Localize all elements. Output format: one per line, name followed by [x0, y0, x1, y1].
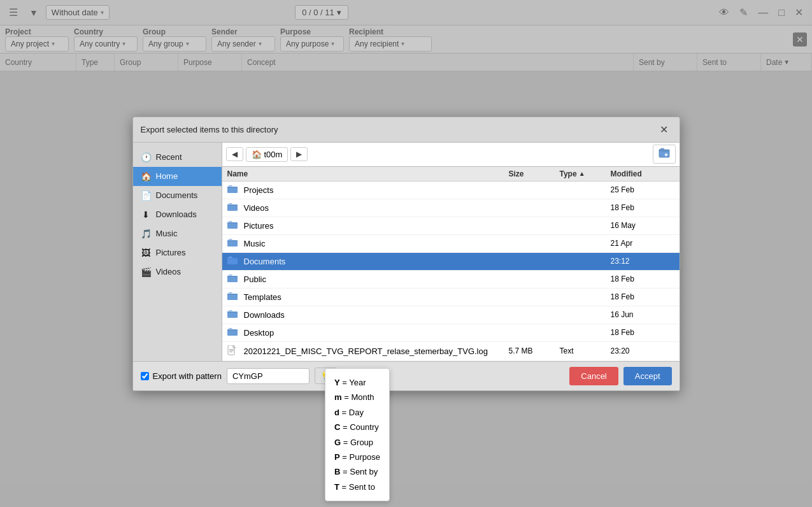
- tooltip-item: C = Country: [334, 420, 380, 434]
- file-modified: 18 Feb: [611, 203, 674, 212]
- tooltip-key: P: [334, 452, 340, 462]
- file-type-icon: [227, 345, 240, 357]
- file-modified: 23:12: [611, 257, 674, 266]
- file-modified: 16 May: [611, 221, 674, 230]
- cancel-button[interactable]: Cancel: [569, 367, 618, 385]
- file-name: 20201221_DE_MISC_TVG_REPORT_relase_steme…: [244, 346, 509, 356]
- file-col-type[interactable]: Type ▲: [560, 169, 611, 178]
- dialog-close-button[interactable]: ✕: [656, 122, 672, 137]
- dialog-header: Export selected items to this directory …: [133, 117, 680, 143]
- file-row[interactable]: Pictures 16 May: [222, 217, 680, 235]
- nav-forward-button[interactable]: ▶: [290, 147, 308, 161]
- svg-rect-13: [229, 352, 232, 352]
- recent-icon: 🕐: [141, 152, 151, 162]
- file-col-size[interactable]: Size: [509, 169, 560, 178]
- music-icon: 🎵: [141, 229, 151, 239]
- file-type-icon: [227, 238, 240, 249]
- sidebar-item-videos[interactable]: 🎬 Videos: [133, 262, 222, 282]
- sidebar-label-documents: Documents: [156, 190, 198, 200]
- file-modified: 23:20: [611, 346, 674, 355]
- file-list: Projects 25 Feb Videos 18 Feb Pictures 1…: [222, 182, 680, 361]
- pattern-input[interactable]: [227, 368, 310, 384]
- home-icon: 🏠: [141, 171, 151, 182]
- dialog-footer: Export with pattern 💡 Cancel Accept: [133, 361, 680, 390]
- sidebar-item-documents[interactable]: 📄 Documents: [133, 186, 222, 205]
- file-row[interactable]: Videos 18 Feb: [222, 199, 680, 217]
- file-name: Desktop: [244, 328, 509, 338]
- file-type-icon: [227, 327, 240, 338]
- dialog-title: Export selected items to this directory: [141, 125, 278, 134]
- downloads-icon: ⬇: [141, 210, 151, 220]
- tooltip-key: T: [334, 482, 339, 492]
- tooltip-item: m = Month: [334, 390, 380, 404]
- dialog-overlay: Export selected items to this directory …: [0, 0, 812, 507]
- file-modified: 18 Feb: [611, 328, 674, 337]
- sidebar-label-recent: Recent: [156, 152, 182, 162]
- file-type-icon: [227, 203, 240, 213]
- tooltip-item: G = Group: [334, 435, 380, 450]
- pictures-icon: 🖼: [141, 248, 151, 258]
- tooltip-key: B: [334, 467, 340, 476]
- tooltip-item: P = Purpose: [334, 450, 380, 464]
- sidebar-label-music: Music: [156, 229, 178, 238]
- file-type: Text: [560, 346, 611, 355]
- file-row[interactable]: Downloads 16 Jun: [222, 306, 680, 324]
- file-type-icon: [227, 220, 240, 231]
- file-list-header: Name Size Type ▲ Modified: [222, 167, 680, 182]
- file-name: Music: [244, 239, 509, 248]
- sidebar-item-recent[interactable]: 🕐 Recent: [133, 148, 222, 167]
- file-row[interactable]: Templates 18 Feb: [222, 289, 680, 306]
- new-folder-button[interactable]: [653, 145, 676, 164]
- documents-icon: 📄: [141, 190, 151, 201]
- file-col-name[interactable]: Name: [227, 169, 509, 178]
- file-sidebar: 🕐 Recent🏠 Home📄 Documents⬇ Downloads🎵 Mu…: [133, 143, 222, 361]
- tooltip-key: C: [334, 422, 340, 432]
- file-type-icon: [227, 256, 240, 267]
- file-col-modified[interactable]: Modified: [611, 169, 674, 178]
- sidebar-item-home[interactable]: 🏠 Home: [133, 167, 222, 186]
- tooltip-key: G: [334, 438, 341, 447]
- file-modified: 18 Feb: [611, 275, 674, 283]
- file-browser: ◀ 🏠 t00m ▶: [222, 143, 680, 361]
- file-name: Downloads: [244, 310, 509, 320]
- type-sort-arrow: ▲: [579, 170, 585, 177]
- sidebar-item-music[interactable]: 🎵 Music: [133, 224, 222, 243]
- tooltip-key: d: [334, 408, 339, 417]
- pattern-tooltip: Y = Yearm = Monthd = DayC = CountryG = G…: [325, 368, 390, 501]
- file-type-icon: [227, 185, 240, 196]
- file-type-icon: [227, 310, 240, 320]
- export-dialog: Export selected items to this directory …: [132, 117, 680, 391]
- tooltip-key: m: [334, 392, 342, 402]
- file-row[interactable]: Documents 23:12: [222, 253, 680, 271]
- nav-location-text: t00m: [264, 150, 283, 159]
- tooltip-item: d = Day: [334, 405, 380, 420]
- svg-rect-12: [229, 350, 234, 351]
- file-type-icon: [227, 274, 240, 285]
- svg-rect-11: [229, 349, 234, 350]
- file-name: Templates: [244, 292, 509, 302]
- file-row[interactable]: Public 18 Feb: [222, 271, 680, 289]
- file-row[interactable]: Music 21 Apr: [222, 235, 680, 253]
- nav-bar: ◀ 🏠 t00m ▶: [222, 143, 680, 167]
- export-pattern-label: Export with pattern: [153, 371, 222, 381]
- tooltip-item: Y = Year: [334, 375, 380, 390]
- tooltip-key: Y: [334, 378, 340, 387]
- home-icon: 🏠: [252, 150, 262, 159]
- file-modified: 21 Apr: [611, 239, 674, 248]
- file-name: Documents: [244, 257, 509, 266]
- nav-back-button[interactable]: ◀: [226, 147, 243, 161]
- accept-button[interactable]: Accept: [623, 367, 672, 385]
- file-size: 5.7 MB: [509, 346, 560, 355]
- export-pattern-checkbox-label[interactable]: Export with pattern: [141, 371, 222, 381]
- export-pattern-checkbox[interactable]: [141, 372, 149, 380]
- sidebar-item-downloads[interactable]: ⬇ Downloads: [133, 205, 222, 224]
- file-modified: 25 Feb: [611, 185, 674, 194]
- sidebar-label-downloads: Downloads: [156, 210, 197, 219]
- file-row[interactable]: 20201221_DE_MISC_TVG_REPORT_relase_steme…: [222, 342, 680, 361]
- file-row[interactable]: Desktop 18 Feb: [222, 324, 680, 342]
- file-row[interactable]: Projects 25 Feb: [222, 182, 680, 199]
- file-type-icon: [227, 292, 240, 303]
- sidebar-item-pictures[interactable]: 🖼 Pictures: [133, 243, 222, 262]
- nav-location: 🏠 t00m: [246, 147, 288, 162]
- sidebar-label-pictures: Pictures: [156, 248, 186, 257]
